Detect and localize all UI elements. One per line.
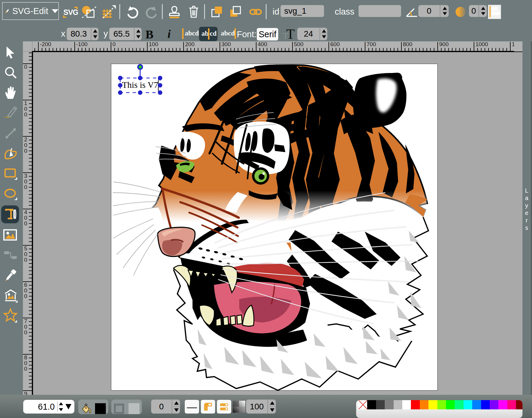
svg-text:0: 0 bbox=[24, 251, 27, 257]
svg-text:0: 0 bbox=[24, 257, 27, 263]
svg-text:3: 3 bbox=[24, 173, 27, 179]
svg-text:1: 1 bbox=[24, 100, 27, 106]
svg-text:4: 4 bbox=[24, 209, 27, 215]
svg-text:500: 500 bbox=[294, 41, 303, 47]
svg-text:0: 0 bbox=[24, 106, 27, 112]
svg-text:600: 600 bbox=[330, 41, 340, 47]
svg-text:9: 9 bbox=[24, 391, 27, 395]
svg-text:SVG: SVG bbox=[63, 8, 78, 16]
svg-text:0: 0 bbox=[24, 184, 27, 190]
svg-text:1100: 1100 bbox=[512, 41, 514, 47]
svg-text:0: 0 bbox=[24, 142, 27, 148]
svg-text:700: 700 bbox=[367, 41, 376, 47]
svg-text:400: 400 bbox=[258, 41, 267, 47]
svg-text:2: 2 bbox=[24, 136, 27, 143]
svg-text:200: 200 bbox=[185, 41, 195, 47]
svg-text:5: 5 bbox=[24, 245, 27, 252]
svg-text:0: 0 bbox=[112, 41, 116, 47]
svg-text:0: 0 bbox=[24, 287, 27, 294]
svg-text:0: 0 bbox=[24, 111, 27, 118]
svg-text:0: 0 bbox=[24, 360, 27, 366]
svg-text:300: 300 bbox=[221, 41, 231, 47]
svg-text:0: 0 bbox=[24, 64, 27, 70]
svg-text:800: 800 bbox=[403, 41, 412, 47]
svg-text:6: 6 bbox=[24, 282, 27, 288]
svg-text:0: 0 bbox=[24, 178, 27, 185]
svg-text:-200: -200 bbox=[40, 41, 51, 47]
svg-text:0: 0 bbox=[24, 324, 27, 330]
svg-text:0: 0 bbox=[24, 215, 27, 221]
svg-text:0: 0 bbox=[24, 293, 27, 299]
svg-text:0: 0 bbox=[24, 366, 27, 372]
svg-text:0: 0 bbox=[24, 220, 27, 227]
svg-text:100: 100 bbox=[149, 41, 158, 47]
svg-text:0: 0 bbox=[24, 148, 27, 154]
svg-text:7: 7 bbox=[24, 318, 27, 324]
svg-text:This is V7: This is V7 bbox=[122, 80, 158, 90]
svg-text:8: 8 bbox=[24, 354, 27, 361]
svg-text:0: 0 bbox=[24, 329, 27, 336]
svg-text:900: 900 bbox=[439, 41, 449, 47]
svg-text:-100: -100 bbox=[76, 41, 87, 47]
svg-text:1000: 1000 bbox=[475, 41, 488, 47]
